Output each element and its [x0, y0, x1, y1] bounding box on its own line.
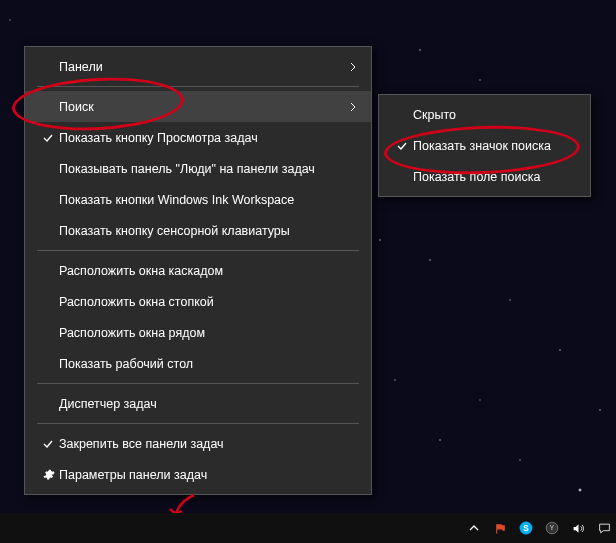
menu-label: Показать кнопку Просмотра задач: [59, 131, 357, 145]
menu-label: Показать кнопки Windows Ink Workspace: [59, 193, 357, 207]
menu-label: Поиск: [59, 100, 341, 114]
submenu-item-hidden[interactable]: Скрыто: [379, 99, 590, 130]
menu-label: Расположить окна каскадом: [59, 264, 357, 278]
menu-label: Расположить окна стопкой: [59, 295, 357, 309]
menu-item-task-manager[interactable]: Диспетчер задач: [25, 388, 371, 419]
tray-volume-icon[interactable]: [570, 520, 586, 536]
taskbar-context-menu: Панели Поиск Показать кнопку Просмотра з…: [24, 46, 372, 495]
menu-item-cascade-windows[interactable]: Расположить окна каскадом: [25, 255, 371, 286]
menu-label: Скрыто: [413, 108, 576, 122]
menu-label: Панели: [59, 60, 341, 74]
menu-item-side-by-side[interactable]: Расположить окна рядом: [25, 317, 371, 348]
svg-text:Y: Y: [550, 524, 555, 531]
search-submenu: Скрыто Показать значок поиска Показать п…: [378, 94, 591, 197]
menu-label: Показать кнопку сенсорной клавиатуры: [59, 224, 357, 238]
menu-label: Показывать панель "Люди" на панели задач: [59, 162, 357, 176]
check-icon: [391, 140, 413, 152]
menu-item-stack-windows[interactable]: Расположить окна стопкой: [25, 286, 371, 317]
menu-separator: [37, 423, 359, 424]
menu-separator: [37, 250, 359, 251]
menu-label: Закрепить все панели задач: [59, 437, 357, 451]
menu-item-lock-taskbars[interactable]: Закрепить все панели задач: [25, 428, 371, 459]
chevron-right-icon: [341, 62, 357, 72]
menu-item-search[interactable]: Поиск: [25, 91, 371, 122]
check-icon: [37, 132, 59, 144]
menu-item-ink-workspace[interactable]: Показать кнопки Windows Ink Workspace: [25, 184, 371, 215]
menu-label: Расположить окна рядом: [59, 326, 357, 340]
tray-browser-icon[interactable]: Y: [544, 520, 560, 536]
menu-item-panels[interactable]: Панели: [25, 51, 371, 82]
menu-separator: [37, 86, 359, 87]
menu-label: Диспетчер задач: [59, 397, 357, 411]
menu-item-task-view-button[interactable]: Показать кнопку Просмотра задач: [25, 122, 371, 153]
tray-notifications-icon[interactable]: [596, 520, 612, 536]
tray-chevron-up-icon[interactable]: [466, 520, 482, 536]
menu-item-people-bar[interactable]: Показывать панель "Люди" на панели задач: [25, 153, 371, 184]
menu-label: Параметры панели задач: [59, 468, 357, 482]
svg-text:S: S: [523, 524, 529, 533]
menu-item-touch-keyboard[interactable]: Показать кнопку сенсорной клавиатуры: [25, 215, 371, 246]
check-icon: [37, 438, 59, 450]
taskbar[interactable]: S Y: [0, 513, 616, 543]
menu-label: Показать рабочий стол: [59, 357, 357, 371]
chevron-right-icon: [341, 102, 357, 112]
menu-label: Показать значок поиска: [413, 139, 576, 153]
menu-label: Показать поле поиска: [413, 170, 576, 184]
menu-item-taskbar-settings[interactable]: Параметры панели задач: [25, 459, 371, 490]
submenu-item-show-search-field[interactable]: Показать поле поиска: [379, 161, 590, 192]
menu-separator: [37, 383, 359, 384]
tray-flag-icon[interactable]: [492, 520, 508, 536]
gear-icon: [37, 468, 59, 481]
menu-item-show-desktop[interactable]: Показать рабочий стол: [25, 348, 371, 379]
submenu-item-show-search-icon[interactable]: Показать значок поиска: [379, 130, 590, 161]
tray-skype-icon[interactable]: S: [518, 520, 534, 536]
